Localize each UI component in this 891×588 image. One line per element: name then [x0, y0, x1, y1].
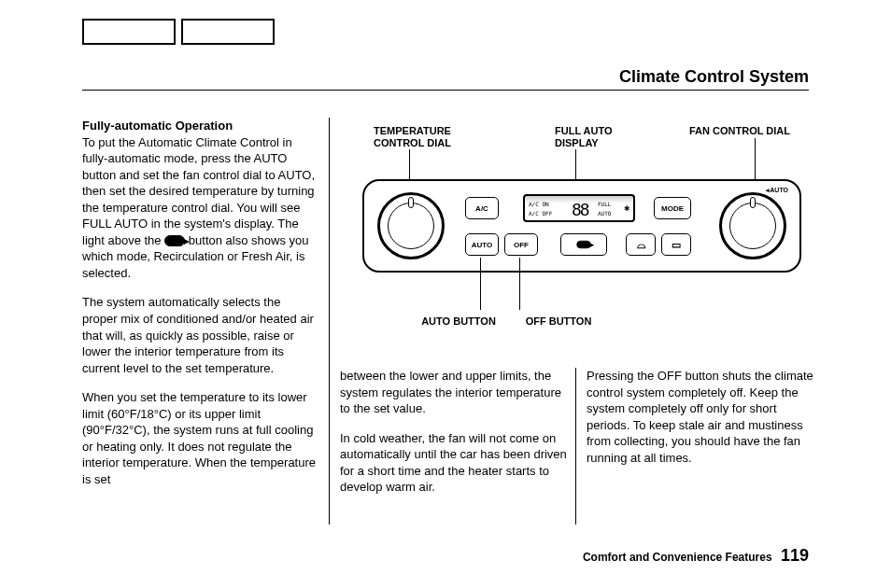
dial-inner — [388, 203, 434, 249]
header-rule — [82, 90, 809, 91]
auto-button: AUTO — [465, 233, 499, 256]
fan-dial — [719, 192, 786, 259]
ac-button: A/C — [465, 197, 499, 219]
label-fan-control-dial: FAN CONTROL DIAL — [689, 125, 811, 137]
dial-marker — [750, 197, 756, 208]
defrost-rear-button: ▭ — [661, 233, 691, 256]
footer-section-name: Comfort and Convenience Features — [583, 551, 772, 564]
section-heading: Fully-automatic Operation — [82, 119, 233, 133]
display-ac-off: A/C OFF — [529, 211, 552, 217]
column-1: Fully-automatic Operation To put the Aut… — [82, 118, 318, 500]
body-paragraph: between the lower and upper limits, the … — [340, 368, 568, 417]
body-paragraph: In cold weather, the fan will not come o… — [340, 430, 568, 496]
mode-button: MODE — [654, 197, 691, 219]
dial-inner — [729, 203, 776, 249]
climate-control-diagram: TEMPERATURE CONTROL DIAL FULL AUTO DISPL… — [344, 118, 820, 342]
control-panel: ◂AUTO A/C MODE A/C ON A/C OFF 88 FULL AU… — [362, 179, 801, 273]
recirculation-icon — [576, 241, 590, 248]
label-temperature-dial: TEMPERATURE CONTROL DIAL — [374, 125, 476, 149]
display-auto: AUTO — [598, 211, 611, 217]
recirculation-button — [560, 233, 607, 256]
display-full: FULL — [598, 202, 611, 207]
leader-line — [519, 258, 520, 310]
page-number: 119 — [781, 546, 809, 565]
page-footer: Comfort and Convenience Features 119 — [583, 546, 809, 566]
column-2: between the lower and upper limits, the … — [340, 368, 568, 509]
label-auto-button: AUTO BUTTON — [407, 315, 510, 328]
label-full-auto-display: FULL AUTO DISPLAY — [555, 125, 639, 149]
leader-line — [480, 258, 481, 310]
display-ac-on: A/C ON — [529, 202, 549, 207]
page-content: Fully-automatic Operation To put the Aut… — [82, 118, 809, 532]
fan-icon: ✱ — [624, 203, 629, 213]
column-divider — [575, 368, 576, 525]
off-button: OFF — [504, 233, 538, 256]
dial-auto-label: ◂AUTO — [766, 187, 788, 194]
temperature-dial — [377, 192, 445, 259]
body-text: To put the Automatic Climate Control in … — [82, 135, 315, 247]
display-panel: A/C ON A/C OFF 88 FULL AUTO ✱ — [523, 194, 635, 222]
defrost-front-button: ⌓ — [626, 233, 656, 256]
body-paragraph: Fully-automatic Operation To put the Aut… — [82, 118, 318, 281]
page-title: Climate Control System — [619, 67, 809, 87]
column-divider — [329, 118, 330, 525]
top-box — [82, 19, 176, 45]
top-placeholder-boxes — [82, 19, 275, 45]
display-temperature-digits: 88 — [572, 202, 588, 218]
body-paragraph: The system automatically selects the pro… — [82, 294, 318, 376]
top-box — [181, 19, 275, 45]
label-off-button: OFF BUTTON — [512, 315, 605, 328]
body-paragraph: Pressing the OFF button shuts the climat… — [587, 368, 814, 466]
recirculation-icon — [164, 235, 185, 246]
dial-marker — [408, 197, 414, 208]
body-paragraph: When you set the temperature to its lowe… — [82, 389, 318, 487]
column-3: Pressing the OFF button shuts the climat… — [587, 368, 814, 479]
